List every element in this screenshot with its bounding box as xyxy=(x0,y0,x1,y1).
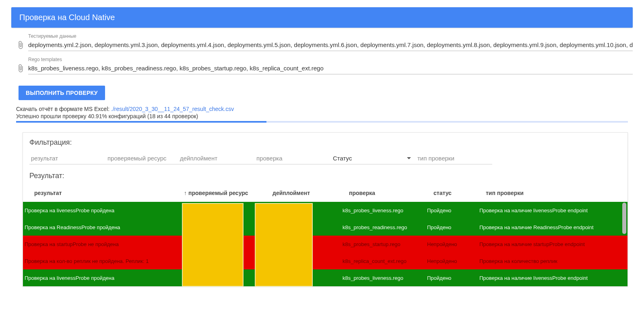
th-status[interactable]: статус xyxy=(432,190,484,196)
filter-resource-input[interactable]: проверяемый ресурс xyxy=(106,152,178,164)
redaction-overlay-resource xyxy=(182,203,244,287)
cell-result: Проверка на кол-во реплик не пройдена. Р… xyxy=(23,258,176,264)
cell-result: Проверка на livenessProbe пройдена xyxy=(23,275,176,281)
table-row[interactable]: Проверка на кол-во реплик не пройдена. Р… xyxy=(23,252,627,269)
data-files-label: Тестируемые данные xyxy=(28,33,633,39)
cell-type: Проверка на наличие startupProbe endpoin… xyxy=(478,241,627,247)
cell-type: Проверка на наличие livenessProbe endpoi… xyxy=(478,207,627,213)
table-row[interactable]: Проверка на livenessProbe пройденаk8s_pr… xyxy=(23,269,627,286)
th-resource[interactable]: ↑проверяемый ресурс xyxy=(182,190,271,196)
cell-result: Проверка на ReadinessProbe пройдена xyxy=(23,224,176,230)
th-result[interactable]: результат xyxy=(29,190,182,196)
filter-check-input[interactable]: проверка xyxy=(255,152,331,164)
table-row[interactable]: Проверка на livenessProbe пройденаk8s_pr… xyxy=(23,202,627,219)
vertical-scrollbar[interactable] xyxy=(622,203,626,234)
cell-check: k8s_probes_liveness.rego xyxy=(341,275,425,281)
cell-type: Проверка на наличие livenessProbe endpoi… xyxy=(478,275,627,281)
table-row[interactable]: Проверка на ReadinessProbe пройденаk8s_p… xyxy=(23,219,627,236)
filter-status-select[interactable]: Статус xyxy=(331,152,416,164)
download-report-line: Скачать отчёт в формате MS Excel: ./resu… xyxy=(16,106,644,112)
redaction-overlay-deployment xyxy=(255,203,313,287)
download-report-link[interactable]: ./result/2020_3_30__11_24_57_result_chec… xyxy=(111,106,234,112)
filter-result-input[interactable]: результат xyxy=(29,152,106,164)
chevron-down-icon xyxy=(407,157,411,159)
filter-status-label: Статус xyxy=(333,155,352,162)
cell-check: k8s_replica_count_ext.rego xyxy=(341,258,425,264)
table-body: Проверка на livenessProbe пройденаk8s_pr… xyxy=(23,202,627,286)
rego-files-input[interactable]: k8s_probes_liveness.rego, k8s_probes_rea… xyxy=(28,63,633,74)
cell-check: k8s_probes_readiness.rego xyxy=(341,224,425,230)
cell-result: Проверка на startupProbe не пройдена xyxy=(23,241,176,247)
page-title: Проверка на Cloud Native xyxy=(11,7,633,28)
table-header-row: результат ↑проверяемый ресурс дейплоймен… xyxy=(29,185,621,202)
filter-deployment-input[interactable]: дейплоймент xyxy=(178,152,255,164)
results-panel: Фильтрация: результат проверяемый ресурс… xyxy=(23,132,628,287)
upload-data-row: Тестируемые данные deployments.yml.2.jso… xyxy=(16,33,633,51)
summary-text: Успешно прошли проверку 40.91% конфигура… xyxy=(16,113,644,119)
paperclip-icon xyxy=(16,64,25,73)
th-type[interactable]: тип проверки xyxy=(484,190,621,196)
table-row[interactable]: Проверка на startupProbe не пройденаk8s_… xyxy=(23,236,627,252)
cell-status: Пройдено xyxy=(425,275,478,281)
cell-result: Проверка на livenessProbe пройдена xyxy=(23,207,176,213)
rego-files-label: Rego templates xyxy=(28,57,633,62)
cell-status: Пройдено xyxy=(425,224,478,230)
cell-check: k8s_probes_liveness.rego xyxy=(341,207,425,213)
cell-status: Пройдено xyxy=(425,207,478,213)
results-table: результат ↑проверяемый ресурс дейплоймен… xyxy=(29,185,621,202)
paperclip-icon xyxy=(16,41,25,49)
filter-section-title: Фильтрация: xyxy=(29,138,621,147)
results-section-title: Результат: xyxy=(29,172,621,180)
cell-status: Непройдено xyxy=(425,241,478,247)
progress-fill xyxy=(16,121,266,123)
download-prefix: Скачать отчёт в формате MS Excel: xyxy=(16,106,111,112)
cell-status: Непройдено xyxy=(425,258,478,264)
upload-rego-row: Rego templates k8s_probes_liveness.rego,… xyxy=(16,57,633,74)
cell-type: Проверка на наличие ReadinessProbe endpo… xyxy=(478,224,627,230)
cell-type: Проверка на количество реплик xyxy=(478,258,627,264)
filter-row: результат проверяемый ресурс дейплоймент… xyxy=(29,152,621,164)
th-resource-label: проверяемый ресурс xyxy=(188,190,248,196)
data-files-input[interactable]: deployments.yml.2.json, deployments.yml.… xyxy=(28,40,633,51)
filter-type-input[interactable]: тип проверки xyxy=(416,152,492,164)
run-check-button[interactable]: ВЫПОЛНИТЬ ПРОВЕРКУ xyxy=(19,86,105,100)
th-deployment[interactable]: дейплоймент xyxy=(271,190,347,196)
th-check[interactable]: проверка xyxy=(347,190,432,196)
cell-check: k8s_probes_startup.rego xyxy=(341,241,425,247)
sort-asc-icon: ↑ xyxy=(184,190,187,196)
progress-bar xyxy=(16,121,628,123)
